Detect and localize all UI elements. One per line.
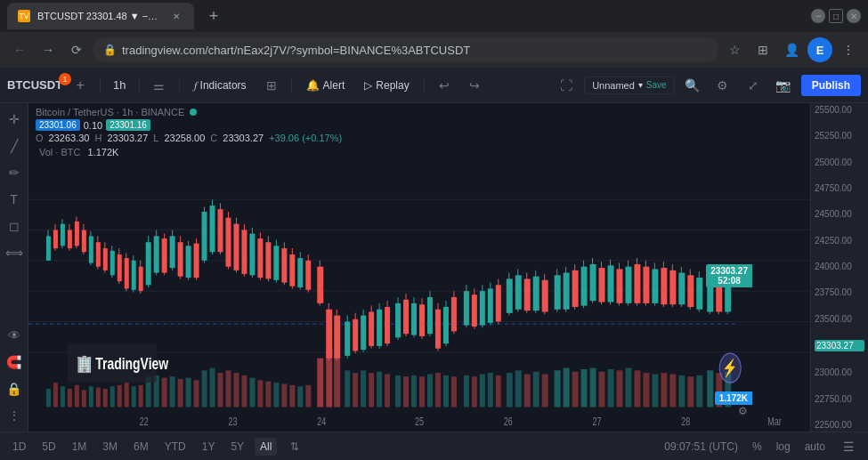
svg-rect-197 <box>241 375 247 408</box>
svg-rect-191 <box>194 380 199 407</box>
new-tab-button[interactable]: + <box>201 4 226 28</box>
replay-icon: ▷ <box>364 79 372 92</box>
current-price-value: 23303.27 <box>710 266 748 276</box>
price-tag-1: 23301.06 <box>36 119 80 131</box>
live-dot <box>190 109 197 116</box>
price-level-4: 24750.00 <box>815 183 864 193</box>
log-toggle[interactable]: log <box>773 439 794 455</box>
address-bar[interactable]: 🔒 tradingview.com/chart/nEax2j7V/?symbol… <box>93 37 718 62</box>
price-level-8: 23750.00 <box>815 287 864 297</box>
layouts-button[interactable]: ⊞ <box>259 73 284 98</box>
high-val: 23303.27 <box>107 133 148 143</box>
svg-rect-239 <box>608 369 614 408</box>
svg-rect-230 <box>524 374 531 407</box>
close-window-button[interactable]: ✕ <box>847 9 861 23</box>
text-tool[interactable]: T <box>2 187 27 212</box>
settings-button[interactable]: ⚙ <box>710 73 735 98</box>
minimize-button[interactable]: − <box>811 9 825 23</box>
indicators-label: Indicators <box>200 79 247 92</box>
separator-2 <box>139 77 140 94</box>
svg-rect-193 <box>210 368 215 408</box>
toolbar-right: ⛶ Unnamed ▾ Save 🔍 ⚙ ⤢ 📷 Publish <box>554 73 861 98</box>
lock-tool[interactable]: 🔒 <box>2 376 27 401</box>
svg-rect-218 <box>419 376 425 407</box>
eye-tool[interactable]: 👁 <box>2 323 27 348</box>
svg-rect-171 <box>46 389 51 408</box>
close-val: 23303.27 <box>223 133 264 143</box>
redo-button[interactable]: ↪ <box>462 73 487 98</box>
time-5d[interactable]: 5D <box>37 438 61 456</box>
svg-rect-211 <box>361 370 366 407</box>
extensions-button[interactable]: ⊞ <box>750 37 775 62</box>
svg-rect-196 <box>233 373 239 407</box>
svg-rect-216 <box>403 376 409 407</box>
pencil-tool[interactable]: ✏ <box>2 160 27 185</box>
chart-settings-icon[interactable]: ⚙ <box>738 405 748 417</box>
chart-canvas[interactable]: 22 23 24 25 26 27 28 Mar 🏢 TradingView ⚡ <box>28 163 810 432</box>
more-tools[interactable]: ⋮ <box>2 403 27 428</box>
symbol-name[interactable]: BTCUSDT <box>7 78 62 92</box>
undo-button[interactable]: ↩ <box>432 73 457 98</box>
svg-rect-245 <box>661 373 667 407</box>
time-6m[interactable]: 6M <box>128 438 154 456</box>
time-all[interactable]: All <box>255 438 277 456</box>
magnet-tool[interactable]: 🧲 <box>2 350 27 375</box>
svg-rect-175 <box>75 385 79 408</box>
svg-text:23: 23 <box>228 416 237 428</box>
account-button[interactable]: 👤 <box>779 37 804 62</box>
svg-rect-187 <box>162 378 167 408</box>
svg-rect-215 <box>395 375 401 408</box>
auto-toggle[interactable]: auto <box>801 439 829 455</box>
svg-rect-176 <box>82 390 86 407</box>
time-ytd[interactable]: YTD <box>159 438 191 456</box>
forward-button[interactable]: → <box>36 37 61 62</box>
browser-tab[interactable]: TV BTCUSDT 23301.48 ▼ −0.81% U... ✕ <box>7 3 194 29</box>
svg-rect-231 <box>533 372 539 408</box>
time-1y[interactable]: 1Y <box>197 438 221 456</box>
svg-rect-181 <box>118 385 122 408</box>
chart-type-button[interactable]: ⚌ <box>147 73 172 98</box>
measure-tool[interactable]: ⟺ <box>2 240 27 265</box>
svg-rect-177 <box>89 386 93 407</box>
bookmark-button[interactable]: ☆ <box>722 37 747 62</box>
unnamed-button[interactable]: Unnamed ▾ Save <box>584 77 675 94</box>
chart-container: ✛ ╱ ✏ T ◻ ⟺ 👁 🧲 🔒 ⋮ Bitcoin / TetherUS ·… <box>0 103 868 432</box>
left-toolbar: ✛ ╱ ✏ T ◻ ⟺ 👁 🧲 🔒 ⋮ <box>0 103 28 432</box>
compare-icon[interactable]: ⇅ <box>282 434 307 459</box>
interval-button[interactable]: 1h <box>108 75 131 95</box>
svg-rect-189 <box>178 379 183 408</box>
search-button[interactable]: 🔍 <box>680 73 705 98</box>
volume-label: 1.172K <box>715 391 752 405</box>
trend-line-tool[interactable]: ╱ <box>2 133 27 158</box>
reload-button[interactable]: ⟳ <box>64 37 89 62</box>
maximize-button[interactable]: □ <box>829 9 843 23</box>
svg-rect-220 <box>435 373 441 407</box>
replay-button[interactable]: ▷ Replay <box>357 76 416 95</box>
tab-close-button[interactable]: ✕ <box>169 9 183 23</box>
crosshair-tool[interactable]: ✛ <box>2 107 27 132</box>
time-5y[interactable]: 5Y <box>225 438 249 456</box>
fullscreen-button[interactable]: ⛶ <box>554 73 579 98</box>
svg-rect-204 <box>297 386 303 407</box>
alert-button[interactable]: 🔔 Alert <box>299 76 353 95</box>
svg-rect-250 <box>707 370 713 407</box>
right-sidebar-icon[interactable]: ☰ <box>836 434 861 459</box>
back-button[interactable]: ← <box>7 37 32 62</box>
add-symbol-button[interactable]: + <box>68 73 93 98</box>
screenshot-button[interactable]: 📷 <box>771 73 796 98</box>
publish-button[interactable]: Publish <box>801 75 861 96</box>
percent-toggle[interactable]: % <box>749 439 766 455</box>
fullscreen2-button[interactable]: ⤢ <box>741 73 766 98</box>
separator-3 <box>179 77 180 94</box>
svg-rect-242 <box>634 370 640 407</box>
indicators-button[interactable]: 𝑓 Indicators <box>187 76 254 95</box>
menu-button[interactable]: ⋮ <box>836 37 861 62</box>
shape-tool[interactable]: ◻ <box>2 214 27 238</box>
time-1d[interactable]: 1D <box>7 438 31 456</box>
time-1m[interactable]: 1M <box>67 438 93 456</box>
svg-rect-127 <box>533 277 539 311</box>
time-3m[interactable]: 3M <box>97 438 123 456</box>
alert-label: Alert <box>323 79 345 92</box>
svg-rect-222 <box>451 376 457 407</box>
profile-button[interactable]: E <box>807 37 832 62</box>
